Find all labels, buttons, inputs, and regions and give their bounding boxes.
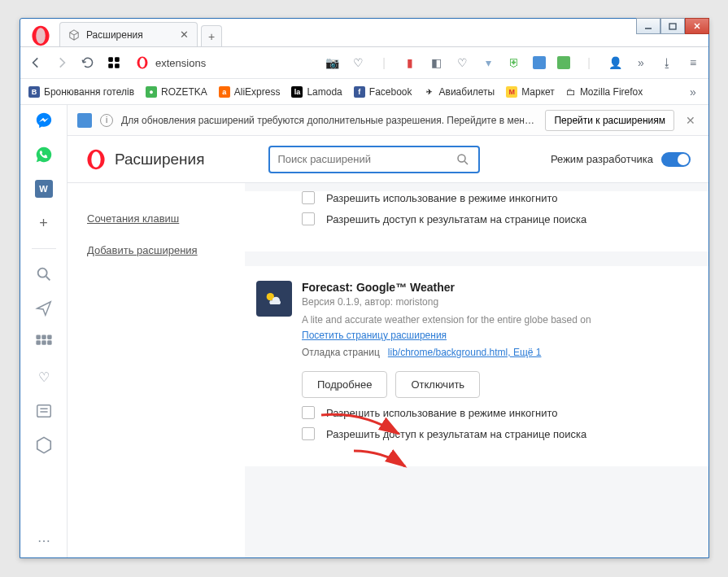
new-tab-button[interactable]: + — [201, 25, 222, 46]
perm-label: Разрешить доступ к результатам на страни… — [326, 213, 586, 225]
sidebar: W + ♡ ⋯ — [20, 105, 68, 557]
notification-close-icon[interactable]: ✕ — [682, 114, 699, 127]
extension-name: Forecast: Google™ Weather — [302, 281, 686, 294]
add-extensions-link[interactable]: Добавить расширения — [87, 244, 225, 256]
vk-icon[interactable]: W — [35, 180, 53, 198]
maximize-button[interactable] — [660, 18, 685, 34]
ext-icon-4[interactable]: ▾ — [481, 55, 495, 70]
bookmark-item[interactable]: ●ROZETKA — [146, 86, 207, 98]
bookmark-item[interactable]: BБронювання готелів — [28, 86, 134, 98]
bookmarks-overflow-icon[interactable]: » — [686, 85, 700, 99]
developer-mode-toggle[interactable] — [661, 152, 691, 167]
info-icon: i — [100, 114, 113, 127]
keyboard-shortcuts-link[interactable]: Сочетания клавиш — [87, 212, 225, 225]
svg-rect-17 — [47, 340, 52, 345]
opera-menu-button[interactable] — [28, 25, 53, 46]
add-messenger-button[interactable]: + — [35, 214, 53, 232]
url-text[interactable]: extensions — [155, 57, 206, 69]
sidebar-more-icon[interactable]: ⋯ — [35, 531, 53, 549]
svg-rect-1 — [669, 24, 676, 29]
extension-description: A lite and accurate weather extension fo… — [302, 314, 686, 326]
cube-sidebar-icon[interactable] — [35, 436, 53, 454]
page-title: Расширения — [115, 151, 205, 168]
allow-search-checkbox[interactable] — [302, 427, 315, 440]
permissions-notification: i Для обновления расширений требуются до… — [68, 105, 708, 136]
svg-rect-18 — [37, 405, 50, 417]
extensions-side-nav: Сочетания клавиш Добавить расширения — [68, 183, 245, 557]
svg-point-11 — [37, 269, 46, 278]
perm-label: Разрешить использование в режиме инкогни… — [326, 192, 558, 204]
go-to-extensions-button[interactable]: Перейти к расширениям — [545, 110, 674, 131]
reload-button[interactable] — [81, 55, 95, 70]
svg-rect-16 — [41, 340, 46, 345]
debug-pages-label: Отладка страниц — [302, 347, 380, 358]
extension-app-icon — [256, 281, 292, 317]
heart-icon[interactable]: ♡ — [351, 55, 365, 70]
tab-label: Расширения — [86, 29, 143, 41]
speed-dial-icon[interactable] — [35, 334, 53, 352]
svg-rect-13 — [41, 334, 46, 339]
tab-extensions[interactable]: Расширения ✕ — [59, 22, 198, 46]
snapshot-icon[interactable]: 📷 — [325, 55, 339, 70]
extensions-header: Расширения Режим разработчика — [68, 136, 708, 183]
whatsapp-icon[interactable] — [35, 146, 53, 164]
svg-rect-12 — [36, 334, 41, 339]
sep: | — [582, 55, 596, 70]
bookmark-item[interactable]: laLamoda — [291, 86, 342, 98]
search-input[interactable] — [278, 153, 456, 165]
speed-dial-button[interactable] — [107, 55, 121, 70]
news-icon[interactable] — [35, 402, 53, 420]
sep: | — [377, 55, 391, 70]
bookmark-item[interactable]: ✈Авиабилеты — [424, 86, 495, 98]
profile-icon[interactable]: 👤 — [608, 55, 622, 70]
search-icon[interactable] — [35, 265, 53, 283]
disable-button[interactable]: Отключить — [395, 371, 480, 398]
minimize-button[interactable] — [636, 18, 660, 34]
ext-icon-3[interactable]: ♡ — [455, 55, 469, 70]
translate-badge-icon — [77, 113, 92, 128]
allow-incognito-checkbox[interactable] — [302, 191, 315, 204]
bookmark-item[interactable]: MМаркет — [506, 86, 555, 98]
visit-extension-link[interactable]: Посетить страницу расширения — [302, 330, 447, 341]
svg-point-4 — [36, 28, 45, 44]
extensions-list[interactable]: Разрешить использование в режиме инкогни… — [245, 183, 708, 557]
tab-close-icon[interactable]: ✕ — [180, 28, 189, 41]
details-button[interactable]: Подробнее — [302, 371, 387, 398]
easy-setup-icon[interactable]: ≡ — [686, 55, 700, 70]
ext-icon-2[interactable]: ◧ — [429, 55, 443, 70]
developer-mode-label: Режим разработчика — [551, 153, 653, 165]
download-icon[interactable] — [557, 56, 570, 69]
opera-logo-icon — [85, 149, 107, 170]
bookmark-item[interactable]: fFacebook — [354, 86, 412, 98]
svg-rect-15 — [36, 340, 41, 345]
translate-icon[interactable] — [533, 56, 546, 69]
messenger-icon[interactable] — [35, 111, 53, 129]
notification-text: Для обновления расширений требуются допо… — [121, 115, 537, 126]
send-icon[interactable] — [35, 299, 53, 317]
bookmarks-icon[interactable]: ♡ — [35, 368, 53, 386]
search-extensions-box[interactable] — [268, 146, 480, 173]
extension-card-forecast: Forecast: Google™ Weather Версия 0.1.9, … — [245, 266, 708, 466]
shield-icon[interactable]: ⛨ — [507, 55, 521, 70]
svg-point-20 — [91, 151, 100, 168]
bookmark-item[interactable]: 🗀Mozilla Firefox — [566, 86, 643, 98]
overflow-icon[interactable]: » — [634, 55, 648, 70]
ext-icon-1[interactable]: ▮ — [403, 55, 417, 70]
perm-label: Разрешить использование в режиме инкогни… — [326, 407, 558, 419]
tab-strip: Расширения ✕ + — [20, 19, 708, 46]
allow-incognito-checkbox[interactable] — [302, 406, 315, 419]
svg-rect-7 — [108, 63, 113, 68]
search-glass-icon — [456, 152, 470, 167]
svg-point-21 — [458, 155, 465, 162]
svg-rect-5 — [108, 57, 113, 62]
back-button[interactable] — [28, 55, 43, 70]
debug-pages-link[interactable]: lib/chrome/background.html, Ещё 1 — [388, 347, 542, 358]
forward-button[interactable] — [54, 55, 69, 70]
bookmark-item[interactable]: aAliExpress — [219, 86, 281, 98]
svg-rect-8 — [115, 63, 120, 68]
cube-icon — [68, 29, 80, 41]
allow-search-checkbox[interactable] — [302, 212, 315, 225]
downloads-button[interactable]: ⭳ — [660, 55, 674, 70]
svg-point-10 — [140, 58, 146, 68]
close-button[interactable] — [685, 18, 709, 34]
